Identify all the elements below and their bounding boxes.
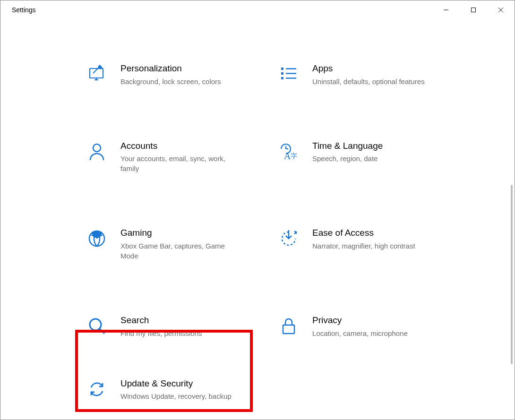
tile-privacy[interactable]: Privacy Location, camera, microphone	[277, 314, 447, 339]
minimize-icon	[443, 7, 449, 13]
tile-sub: Uninstall, defaults, optional features	[312, 77, 435, 86]
svg-point-14	[93, 144, 101, 152]
svg-rect-8	[281, 68, 283, 70]
svg-text:字: 字	[291, 153, 297, 160]
tile-title: Personalization	[120, 63, 255, 75]
window-title: Settings	[12, 6, 36, 14]
svg-rect-1	[472, 8, 476, 12]
tile-search[interactable]: Search Find my files, permissions	[86, 314, 256, 339]
privacy-icon	[278, 315, 299, 335]
maximize-icon	[471, 7, 476, 13]
tile-apps[interactable]: Apps Uninstall, defaults, optional featu…	[277, 62, 447, 87]
tile-title: Update & Security	[120, 378, 255, 390]
tile-sub: Windows Update, recovery, backup	[120, 391, 243, 401]
svg-text:A: A	[284, 151, 291, 161]
settings-grid: Personalization Background, lock screen,…	[0, 19, 515, 402]
tile-title: Accounts	[120, 140, 255, 152]
time-language-icon: A 字	[278, 140, 299, 161]
apps-icon	[278, 63, 299, 84]
scrollbar[interactable]	[508, 19, 515, 420]
scrollbar-thumb[interactable]	[511, 185, 513, 364]
tile-gaming[interactable]: Gaming Xbox Game Bar, captures, Game Mod…	[86, 226, 256, 262]
ease-of-access-icon	[278, 227, 299, 248]
tile-sub: Narrator, magnifier, high contrast	[312, 241, 435, 251]
tile-sub: Find my files, permissions	[120, 328, 243, 338]
tile-accounts[interactable]: Accounts Your accounts, email, sync, wor…	[86, 139, 256, 175]
svg-rect-10	[281, 77, 283, 79]
tile-sub: Location, camera, microphone	[312, 328, 435, 338]
titlebar: Settings	[0, 0, 515, 19]
svg-rect-9	[281, 72, 283, 75]
tile-title: Gaming	[120, 227, 255, 239]
accounts-icon	[86, 140, 107, 161]
close-button[interactable]	[487, 0, 515, 19]
tile-title: Search	[120, 315, 255, 326]
update-security-icon	[86, 378, 107, 399]
tile-ease-of-access[interactable]: Ease of Access Narrator, magnifier, high…	[277, 226, 447, 252]
tile-sub: Your accounts, email, sync, work, family	[120, 154, 243, 173]
tile-title: Ease of Access	[312, 227, 446, 239]
search-icon	[86, 315, 107, 335]
tile-title: Privacy	[312, 315, 446, 326]
tile-title: Time & Language	[312, 140, 446, 152]
window-controls	[432, 0, 515, 19]
svg-rect-23	[283, 325, 294, 334]
close-icon	[498, 7, 504, 13]
tile-update-security[interactable]: Update & Security Windows Update, recove…	[86, 377, 256, 403]
personalization-icon	[86, 63, 107, 84]
tile-sub: Background, lock screen, colors	[120, 77, 243, 86]
svg-point-21	[90, 319, 101, 330]
tile-sub: Speech, region, date	[312, 154, 435, 163]
tile-personalization[interactable]: Personalization Background, lock screen,…	[86, 62, 256, 87]
maximize-button[interactable]	[460, 0, 487, 19]
tile-time-language[interactable]: A 字 Time & Language Speech, region, date	[277, 139, 447, 165]
svg-line-22	[100, 329, 104, 334]
tile-title: Apps	[312, 63, 446, 75]
tile-sub: Xbox Game Bar, captures, Game Mode	[120, 241, 243, 261]
gaming-icon	[86, 227, 107, 248]
minimize-button[interactable]	[432, 0, 460, 19]
